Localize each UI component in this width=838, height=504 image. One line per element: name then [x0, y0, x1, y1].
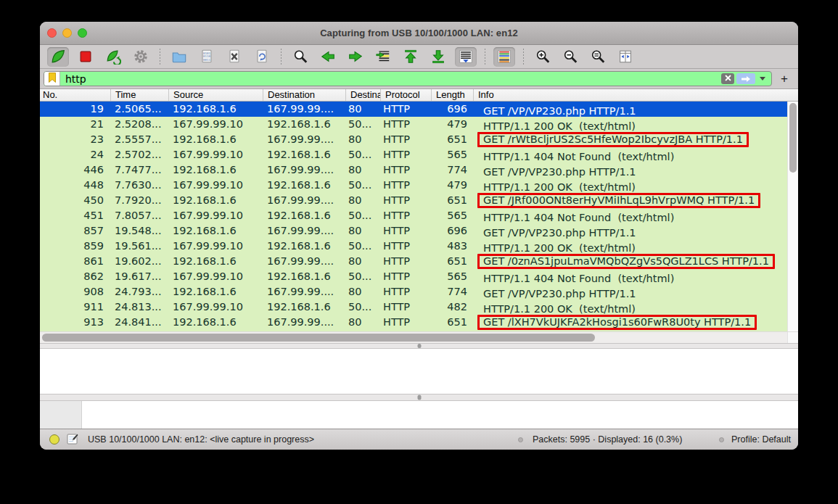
column-header-source[interactable]: Source [168, 89, 263, 101]
packet-no: 911 [40, 299, 110, 315]
vertical-scrollbar-thumb[interactable] [789, 103, 797, 173]
restart-capture-button[interactable] [102, 47, 124, 67]
packet-no: 908 [40, 284, 110, 299]
splitter-handle[interactable] [417, 344, 421, 348]
column-header-time[interactable]: Time [110, 89, 168, 101]
packet-no: 24 [40, 147, 110, 162]
packet-length: 774 [431, 162, 473, 178]
packet-row[interactable]: 448 7.7630... 167.99.99.10 192.168.1.6 5… [40, 178, 787, 193]
packet-row[interactable]: 19 2.5065... 192.168.1.6 167.99.99.... 8… [40, 102, 787, 117]
packet-row[interactable]: 21 2.5208... 167.99.99.10 192.168.1.6 50… [40, 117, 787, 132]
pane-splitter-bottom[interactable] [40, 394, 798, 401]
packet-time: 2.5065... [110, 102, 168, 117]
zoom-reset-button[interactable] [587, 47, 609, 67]
packet-row[interactable]: 857 19.548... 192.168.1.6 167.99.99.... … [40, 223, 787, 239]
capture-comment-button[interactable] [67, 433, 78, 447]
filter-dropdown-caret[interactable] [760, 77, 765, 80]
toolbar-separator [523, 49, 524, 65]
stop-capture-button[interactable] [75, 47, 96, 67]
packet-protocol: HTTP [380, 315, 431, 330]
horizontal-scrollbar[interactable] [40, 331, 798, 343]
packet-dest-port: 50... [345, 239, 380, 254]
packet-no: 19 [40, 102, 110, 117]
zoom-out-button[interactable] [559, 47, 581, 67]
packet-protocol: HTTP [380, 147, 431, 162]
splitter-handle[interactable] [417, 395, 421, 400]
packet-info: GET /VP/VP230.php HTTP/1.1 [473, 284, 787, 299]
packet-source: 192.168.1.6 [168, 254, 263, 269]
packet-destination: 192.168.1.6 [263, 117, 345, 132]
packet-dest-port: 80 [345, 284, 380, 299]
packet-info-text: HTTP/1.1 404 Not Found (text/html) [477, 269, 680, 284]
auto-scroll-button[interactable] [455, 47, 477, 67]
find-packet-button[interactable] [289, 47, 311, 67]
packet-dest-port: 80 [345, 315, 380, 330]
filter-add-button[interactable]: + [776, 72, 792, 86]
packet-row[interactable]: 450 7.7920... 192.168.1.6 167.99.99.... … [40, 193, 787, 208]
next-packet-button[interactable] [345, 47, 366, 67]
zoom-in-button[interactable] [532, 47, 554, 67]
colorize-button[interactable] [493, 47, 515, 67]
go-to-packet-button[interactable] [372, 47, 394, 67]
packet-time: 2.5702... [110, 147, 168, 162]
arrow-down-bar-icon [430, 49, 446, 65]
reload-capture-button[interactable] [251, 47, 273, 67]
capture-options-button[interactable] [130, 47, 152, 67]
packet-source: 192.168.1.6 [168, 132, 263, 147]
filter-apply-button[interactable] [736, 73, 755, 84]
expert-info-button[interactable] [49, 434, 59, 445]
open-capture-button[interactable] [168, 47, 190, 67]
start-capture-button[interactable] [47, 47, 69, 67]
packet-destination: 167.99.99.... [263, 254, 345, 269]
title-bar: Capturing from USB 10/100/1000 LAN: en12 [40, 22, 798, 45]
packet-length: 565 [431, 147, 473, 162]
packet-info: GET /0znAS1jpuLmaVMQbQZgVs5QGLZ1LCS HTTP… [473, 254, 787, 269]
previous-packet-button[interactable] [317, 47, 339, 67]
display-filter-input[interactable]: http [44, 71, 772, 86]
filter-clear-button[interactable] [721, 73, 734, 84]
first-packet-button[interactable] [400, 47, 422, 67]
close-window-button[interactable] [47, 28, 57, 38]
filter-text[interactable]: http [60, 73, 721, 85]
last-packet-button[interactable] [427, 47, 449, 67]
packet-info: HTTP/1.1 404 Not Found (text/html) [473, 269, 787, 284]
packet-row[interactable]: 913 24.841... 192.168.1.6 167.99.99.... … [40, 315, 787, 330]
packet-length: 479 [431, 178, 473, 193]
arrow-left-icon [320, 49, 336, 65]
minimize-window-button[interactable] [62, 28, 72, 38]
document-reload-icon [254, 49, 270, 65]
column-header-protocol[interactable]: Protocol [380, 89, 431, 101]
column-header-length[interactable]: Length [431, 89, 473, 101]
packet-row[interactable]: 908 24.793... 192.168.1.6 167.99.99.... … [40, 284, 787, 299]
clear-x-icon [725, 75, 731, 83]
column-header-no[interactable]: No. [40, 89, 110, 101]
status-separator-dot [518, 437, 523, 442]
packet-details-pane [40, 349, 798, 394]
packet-counts-text: Packets: 5995 · Displayed: 16 (0.3%) [533, 434, 682, 445]
vertical-scrollbar[interactable] [787, 102, 798, 331]
packet-info-text: GET /JRf000ONt8erHyVMiIhLqL9hVrpWMQ HTTP… [477, 193, 760, 208]
close-capture-button[interactable] [223, 47, 245, 67]
packet-destination: 167.99.99.... [263, 162, 345, 178]
packet-row[interactable]: 859 19.561... 167.99.99.10 192.168.1.6 5… [40, 239, 787, 254]
packet-row[interactable]: 911 24.813... 167.99.99.10 192.168.1.6 5… [40, 299, 787, 315]
horizontal-scrollbar-thumb[interactable] [42, 334, 595, 342]
pane-splitter-top[interactable] [40, 343, 798, 349]
column-header-info[interactable]: Info [473, 89, 798, 101]
resize-columns-button[interactable] [615, 47, 636, 67]
packet-row[interactable]: 23 2.5557... 192.168.1.6 167.99.99.... 8… [40, 132, 787, 147]
filter-bookmark-button[interactable] [44, 72, 60, 86]
packet-row[interactable]: 451 7.8057... 167.99.99.10 192.168.1.6 5… [40, 208, 787, 223]
packet-row[interactable]: 861 19.602... 192.168.1.6 167.99.99.... … [40, 254, 787, 269]
column-header-dest-port[interactable]: Destina [345, 89, 380, 101]
horizontal-scrollbar-track[interactable] [40, 332, 787, 343]
packet-protocol: HTTP [380, 299, 431, 315]
profile-text[interactable]: Profile: Default [731, 434, 791, 445]
packet-row[interactable]: 862 19.617... 167.99.99.10 192.168.1.6 5… [40, 269, 787, 284]
zoom-window-button[interactable] [78, 28, 87, 38]
packet-row[interactable]: 446 7.7477... 192.168.1.6 167.99.99.... … [40, 162, 787, 178]
gear-icon [133, 49, 149, 65]
packet-row[interactable]: 24 2.5702... 167.99.99.10 192.168.1.6 50… [40, 147, 787, 162]
save-capture-button[interactable]: 010101100011 [196, 47, 218, 67]
column-header-destination[interactable]: Destination [263, 89, 345, 101]
